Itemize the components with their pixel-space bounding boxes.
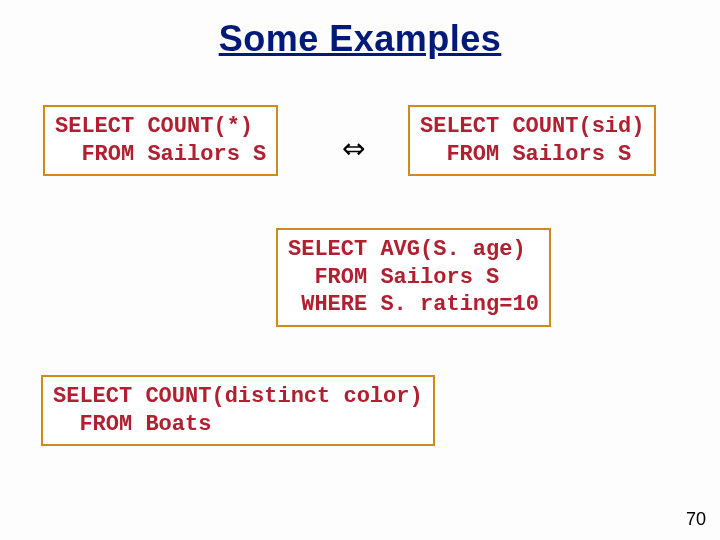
slide-title: Some Examples: [0, 18, 720, 60]
code-box-count-sid: SELECT COUNT(sid) FROM Sailors S: [408, 105, 656, 176]
equiv-arrow-icon: ⇔: [342, 132, 365, 165]
code-box-count-distinct: SELECT COUNT(distinct color) FROM Boats: [41, 375, 435, 446]
code-box-avg-age: SELECT AVG(S. age) FROM Sailors S WHERE …: [276, 228, 551, 327]
code-box-count-star: SELECT COUNT(*) FROM Sailors S: [43, 105, 278, 176]
page-number: 70: [686, 509, 706, 530]
